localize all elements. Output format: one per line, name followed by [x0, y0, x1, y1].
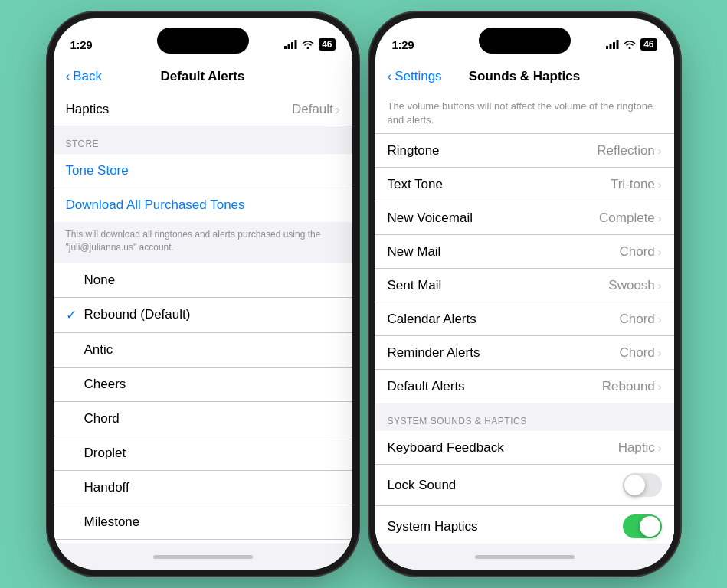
ringtone-item-right: Tri-tone› — [611, 177, 662, 192]
system-list-item[interactable]: Keyboard FeedbackHaptic› — [375, 431, 674, 465]
ringtone-item-right: Reflection› — [597, 143, 661, 158]
time-left: 1:29 — [70, 38, 93, 51]
tone-store-label[interactable]: Tone Store — [66, 163, 129, 178]
ringtone-card: RingtoneReflection›Text ToneTri-tone›New… — [375, 134, 674, 403]
haptics-value: Default — [292, 102, 333, 117]
home-indicator-right — [375, 544, 674, 570]
system-item-right — [623, 473, 662, 497]
svg-rect-3 — [295, 40, 297, 49]
screen-left: Haptics Default › STORE Tone Store Downl… — [54, 93, 352, 544]
tone-store-row[interactable]: Tone Store — [54, 154, 352, 188]
tone-list-item[interactable]: ✓Rebound (Default) — [54, 298, 352, 333]
system-item-right: Haptic› — [618, 440, 662, 456]
svg-rect-5 — [610, 44, 612, 50]
system-item-right — [623, 514, 662, 538]
tone-item-label: Handoff — [84, 480, 340, 495]
ringtone-item-right: Chord› — [620, 345, 662, 361]
tone-list-item[interactable]: Handoff — [54, 471, 352, 505]
store-note: This will download all ringtones and ale… — [54, 222, 352, 263]
status-icons-right: 46 — [606, 38, 657, 51]
ringtone-list-item[interactable]: Text ToneTri-tone› — [375, 168, 674, 201]
ringtone-list-item[interactable]: New VoicemailComplete› — [375, 201, 674, 235]
ringtone-list-item[interactable]: Default AlertsRebound› — [375, 370, 674, 403]
battery-indicator: 46 — [319, 38, 335, 51]
back-button-left[interactable]: ‹ Back — [66, 69, 102, 84]
ringtone-item-value: Tri-tone — [611, 177, 655, 192]
haptics-row[interactable]: Haptics Default › — [54, 93, 352, 126]
tone-item-label: Milestone — [84, 514, 340, 530]
ringtone-item-value: Chord — [620, 244, 655, 260]
ringtone-item-label: New Mail — [388, 244, 441, 260]
toggle-switch[interactable] — [623, 473, 662, 497]
toggle-thumb — [624, 475, 645, 495]
tone-list-item[interactable]: Droplet — [54, 436, 352, 471]
tone-list-item[interactable]: Milestone — [54, 505, 352, 540]
info-strip: The volume buttons will not affect the v… — [375, 93, 674, 134]
tone-list-item[interactable]: Cheers — [54, 368, 352, 402]
ringtone-item-value: Chord — [620, 312, 655, 327]
ringtone-item-label: Ringtone — [388, 143, 440, 158]
store-section-label: STORE — [54, 126, 352, 154]
signal-icon — [284, 40, 297, 49]
tone-list-item[interactable]: None — [54, 263, 352, 298]
ringtone-list-item[interactable]: New MailChord› — [375, 235, 674, 269]
chevron-back-icon-left: ‹ — [66, 69, 70, 84]
ringtone-item-right: Chord› — [620, 244, 662, 260]
status-icons-left: 46 — [284, 38, 335, 51]
tone-list-item[interactable]: Chord — [54, 402, 352, 436]
dynamic-island-right — [479, 28, 571, 54]
ringtone-item-value: Rebound — [602, 379, 655, 394]
ringtone-item-right: Complete› — [599, 211, 661, 226]
ringtone-item-value: Complete — [599, 211, 655, 226]
chevron-icon: › — [658, 381, 662, 393]
screen-right: The volume buttons will not affect the v… — [375, 93, 674, 544]
ringtone-item-value: Swoosh — [608, 278, 654, 293]
nav-title-left: Default Alerts — [161, 69, 245, 84]
signal-icon-right — [606, 40, 619, 49]
home-indicator-left — [54, 544, 352, 570]
tone-list-item[interactable]: Antic — [54, 333, 352, 368]
tone-item-label: Antic — [84, 342, 340, 358]
ringtone-list-item[interactable]: Reminder AlertsChord› — [375, 336, 674, 370]
chevron-icon: › — [658, 442, 662, 454]
chevron-icon: › — [658, 279, 662, 292]
home-bar-left — [153, 555, 253, 559]
ringtone-list-item[interactable]: Sent MailSwoosh› — [375, 269, 674, 302]
dynamic-island-left — [157, 28, 249, 54]
home-bar-right — [475, 555, 575, 559]
ringtone-item-value: Reflection — [597, 143, 655, 158]
toggle-switch[interactable] — [623, 514, 662, 538]
ringtone-item-right: Chord› — [620, 312, 662, 327]
svg-rect-7 — [617, 40, 619, 49]
ringtone-item-label: Calendar Alerts — [388, 312, 476, 327]
download-label[interactable]: Download All Purchased Tones — [66, 198, 245, 213]
tone-list-card: None✓Rebound (Default)AnticCheersChordDr… — [54, 263, 352, 544]
chevron-icon: › — [658, 347, 662, 359]
tone-item-label: Droplet — [84, 446, 340, 461]
haptics-value-row: Default › — [292, 102, 340, 117]
system-list-item[interactable]: System Haptics — [375, 506, 674, 544]
tone-item-label: Chord — [84, 411, 340, 426]
system-list-item[interactable]: Lock Sound — [375, 465, 674, 506]
system-item-label: System Haptics — [388, 519, 478, 534]
ringtone-list-item[interactable]: Calendar AlertsChord› — [375, 302, 674, 336]
ringtone-item-label: Sent Mail — [388, 278, 442, 293]
phone-left: 1:29 46 ‹ Back Default Alerts — [54, 18, 352, 570]
chevron-icon: › — [658, 313, 662, 325]
battery-indicator-right: 46 — [640, 38, 657, 51]
chevron-back-icon-right: ‹ — [388, 69, 392, 84]
tone-item-label: Cheers — [84, 377, 340, 392]
nav-header-right: ‹ Settings Sounds & Haptics — [375, 60, 674, 93]
back-label-right: Settings — [395, 69, 441, 84]
wifi-icon-right — [624, 40, 636, 49]
download-row[interactable]: Download All Purchased Tones — [54, 188, 352, 222]
system-section-label: SYSTEM SOUNDS & HAPTICS — [375, 403, 674, 431]
system-item-value: Haptic — [618, 440, 655, 456]
chevron-icon: › — [658, 212, 662, 224]
haptics-chevron: › — [336, 103, 340, 116]
toggle-thumb — [640, 516, 660, 537]
ringtone-item-right: Rebound› — [602, 379, 662, 394]
back-button-right[interactable]: ‹ Settings — [388, 69, 442, 84]
ringtone-list-item[interactable]: RingtoneReflection› — [375, 134, 674, 168]
svg-rect-6 — [613, 42, 615, 49]
